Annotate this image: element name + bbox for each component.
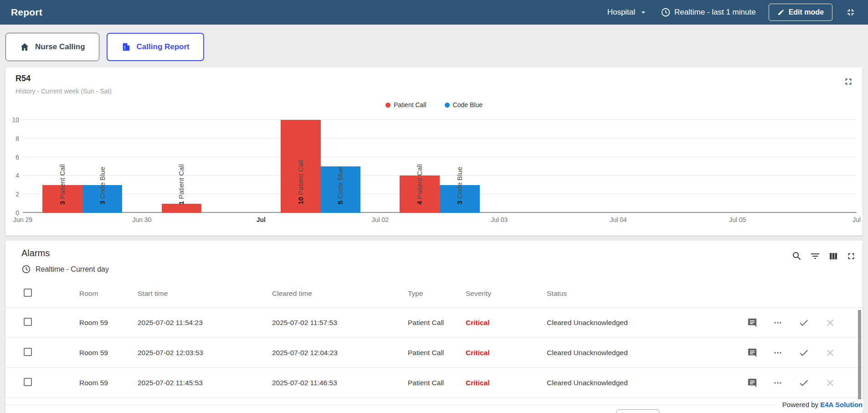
close-icon[interactable] bbox=[825, 377, 836, 388]
site-selector[interactable]: Hospital bbox=[607, 8, 648, 17]
report-icon bbox=[121, 42, 131, 52]
cell-room: Room 59 bbox=[79, 379, 138, 387]
close-icon[interactable] bbox=[825, 347, 836, 358]
app-root: Report Hospital Realtime - last 1 minute… bbox=[0, 0, 868, 413]
chart-subtitle: History - Current week (Sun - Sat) bbox=[15, 88, 853, 95]
columns-icon[interactable] bbox=[828, 251, 839, 262]
column-header-status[interactable]: Status bbox=[547, 289, 747, 298]
check-icon[interactable] bbox=[798, 347, 809, 358]
navbar-right: Hospital Realtime - last 1 minute Edit m… bbox=[607, 4, 856, 21]
column-header-cleared-time[interactable]: Cleared time bbox=[272, 289, 408, 298]
column-header-type[interactable]: Type bbox=[408, 289, 466, 298]
table-scrollbar-thumb[interactable] bbox=[858, 310, 861, 403]
cell-cleared-time: 2025-07-02 11:46:53 bbox=[272, 379, 408, 387]
gridline bbox=[23, 157, 857, 157]
cell-type: Patient Call bbox=[408, 379, 466, 387]
cell-cleared-time: 2025-07-02 12:04:23 bbox=[272, 349, 408, 357]
column-header-severity[interactable]: Severity bbox=[466, 289, 547, 298]
brand-link[interactable]: E4A Solution bbox=[820, 401, 863, 408]
chart-fullscreen-icon[interactable] bbox=[843, 77, 853, 87]
home-icon bbox=[20, 42, 30, 52]
column-header-room[interactable]: Room bbox=[79, 289, 138, 298]
y-tick-label: 6 bbox=[5, 154, 19, 161]
comment-icon[interactable] bbox=[747, 317, 757, 328]
bar-patient-call[interactable] bbox=[162, 204, 202, 213]
page-title: Report bbox=[11, 7, 42, 18]
alarm-row: Room 59 2025-07-02 11:54:23 2025-07-02 1… bbox=[5, 308, 863, 338]
pencil-icon bbox=[777, 9, 785, 16]
column-header-start-time[interactable]: Start time bbox=[138, 289, 272, 298]
comment-icon[interactable] bbox=[747, 377, 757, 388]
select-all-checkbox[interactable] bbox=[24, 289, 32, 297]
row-checkbox[interactable] bbox=[24, 318, 32, 326]
pagination-button[interactable] bbox=[616, 409, 660, 413]
site-selector-label: Hospital bbox=[607, 8, 635, 17]
table-scrollbar[interactable] bbox=[858, 310, 862, 413]
edit-mode-button[interactable]: Edit mode bbox=[769, 4, 832, 21]
x-tick-label: Jul bbox=[853, 216, 861, 223]
chart-card: R54 History - Current week (Sun - Sat) P… bbox=[5, 67, 863, 236]
more-options-icon[interactable] bbox=[773, 317, 783, 328]
more-options-icon[interactable] bbox=[773, 347, 783, 358]
legend-dot bbox=[445, 103, 450, 108]
bar-value-label: 1 Patient Call bbox=[177, 164, 185, 205]
legend-item: Code Blue bbox=[445, 101, 483, 108]
cell-type: Patient Call bbox=[408, 349, 466, 357]
alarm-row: Room 59 2025-07-02 11:45:53 2025-07-02 1… bbox=[5, 368, 863, 398]
realtime-label: Realtime - last 1 minute bbox=[674, 8, 756, 17]
cell-cleared-time: 2025-07-02 11:57:53 bbox=[272, 319, 408, 327]
cell-start-time: 2025-07-02 12:03:53 bbox=[138, 349, 272, 357]
cell-severity: Critical bbox=[466, 319, 547, 327]
edit-mode-label: Edit mode bbox=[789, 8, 824, 16]
y-tick-label: 10 bbox=[5, 116, 19, 124]
x-tick-label: Jul 05 bbox=[729, 216, 746, 223]
caret-down-icon bbox=[639, 8, 648, 17]
y-tick-label: 2 bbox=[5, 191, 19, 198]
chart-legend: Patient CallCode Blue bbox=[5, 101, 863, 108]
cell-type: Patient Call bbox=[408, 319, 466, 327]
gridline bbox=[23, 138, 857, 139]
legend-item: Patient Call bbox=[385, 101, 426, 108]
bar-value-label: 3 Code Blue bbox=[456, 167, 463, 205]
cell-room: Room 59 bbox=[79, 319, 138, 327]
x-tick-label: Jun 30 bbox=[132, 216, 151, 223]
comment-icon[interactable] bbox=[747, 347, 757, 358]
cell-severity: Critical bbox=[466, 349, 547, 357]
x-tick-label: Jul bbox=[257, 216, 266, 223]
cell-room: Room 59 bbox=[79, 349, 138, 357]
alarms-realtime-label: Realtime - Current day bbox=[36, 265, 109, 274]
tab-calling-report[interactable]: Calling Report bbox=[107, 33, 204, 61]
more-options-icon[interactable] bbox=[773, 377, 783, 388]
x-tick-label: Jul 04 bbox=[610, 216, 627, 223]
bar-value-label: 3 Patient Call bbox=[58, 164, 66, 205]
check-icon[interactable] bbox=[798, 317, 809, 328]
x-tick-label: Jun 29 bbox=[13, 216, 32, 223]
filter-icon[interactable] bbox=[810, 251, 821, 262]
alarms-fullscreen-icon[interactable] bbox=[846, 251, 856, 262]
close-icon[interactable] bbox=[825, 317, 836, 328]
cell-severity: Critical bbox=[466, 379, 547, 387]
clock-icon bbox=[661, 7, 671, 17]
alarms-card: Alarms Realtime - Current day Room St bbox=[5, 241, 863, 413]
row-checkbox[interactable] bbox=[24, 348, 32, 356]
cell-status: Cleared Unacknowledged bbox=[547, 319, 747, 327]
legend-dot bbox=[385, 103, 390, 108]
alarm-row: Room 59 2025-07-02 12:03:53 2025-07-02 1… bbox=[5, 338, 863, 368]
alarms-title: Alarms bbox=[21, 248, 863, 258]
y-tick-label: 0 bbox=[5, 209, 19, 217]
tab-label: Calling Report bbox=[137, 42, 190, 52]
bar-value-label: 4 Patient Call bbox=[416, 164, 423, 205]
y-tick-label: 8 bbox=[5, 135, 19, 142]
tab-nurse-calling[interactable]: Nurse Calling bbox=[5, 33, 99, 61]
realtime-indicator: Realtime - last 1 minute bbox=[661, 7, 756, 17]
top-navbar: Report Hospital Realtime - last 1 minute… bbox=[0, 0, 868, 25]
table-bottom-divider bbox=[5, 405, 863, 405]
gridline bbox=[23, 119, 857, 120]
cell-status: Cleared Unacknowledged bbox=[547, 379, 747, 387]
search-icon[interactable] bbox=[791, 251, 802, 262]
alarms-header: Alarms Realtime - Current day bbox=[5, 241, 863, 274]
alarms-toolbar bbox=[791, 251, 856, 262]
fullscreen-exit-icon[interactable] bbox=[845, 7, 856, 18]
row-checkbox[interactable] bbox=[24, 378, 32, 386]
check-icon[interactable] bbox=[798, 377, 809, 388]
